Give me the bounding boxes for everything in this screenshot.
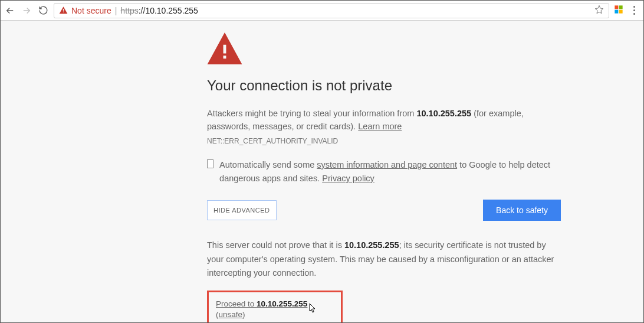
optin-text: Automatically send some system informati… (219, 158, 561, 185)
proceed-unsafe-link[interactable]: Proceed to 10.10.255.255 (unsafe) (216, 299, 307, 319)
system-info-link[interactable]: system information and page content (317, 160, 457, 169)
url-text: https://10.10.255.255 (120, 6, 198, 15)
page-heading: Your connection is not private (207, 77, 561, 94)
svg-rect-3 (619, 9, 623, 13)
interstitial-page: Your connection is not private Attackers… (1, 21, 643, 322)
detail-paragraph: This server could not prove that it is 1… (207, 239, 561, 280)
learn-more-link[interactable]: Learn more (358, 122, 402, 131)
optin-checkbox[interactable] (207, 159, 213, 168)
button-row: HIDE ADVANCED Back to safety (207, 200, 561, 221)
svg-rect-0 (615, 5, 618, 9)
warning-triangle-icon (59, 6, 68, 15)
windows-icon[interactable] (614, 5, 623, 17)
address-bar[interactable]: Not secure | https://10.10.255.255 (54, 3, 609, 18)
bookmark-star-icon[interactable] (594, 5, 604, 16)
security-status: Not secure (71, 6, 111, 15)
svg-rect-1 (619, 5, 623, 9)
hide-advanced-button[interactable]: HIDE ADVANCED (207, 200, 277, 220)
forward-button[interactable] (21, 5, 32, 17)
highlighted-proceed-box: Proceed to 10.10.255.255 (unsafe) (207, 291, 343, 323)
menu-button[interactable] (628, 6, 640, 15)
back-to-safety-button[interactable]: Back to safety (483, 200, 561, 221)
cursor-icon (308, 303, 317, 315)
separator: | (115, 6, 117, 15)
warning-paragraph: Attackers might be trying to steal your … (207, 107, 561, 133)
opt-in-row: Automatically send some system informati… (207, 158, 561, 185)
error-code: NET::ERR_CERT_AUTHORITY_INVALID (207, 137, 561, 145)
large-warning-icon (207, 32, 561, 67)
reload-button[interactable] (37, 5, 49, 17)
browser-toolbar: Not secure | https://10.10.255.255 (1, 1, 643, 21)
back-button[interactable] (4, 5, 16, 17)
privacy-policy-link[interactable]: Privacy policy (322, 174, 374, 183)
svg-rect-2 (615, 9, 618, 13)
